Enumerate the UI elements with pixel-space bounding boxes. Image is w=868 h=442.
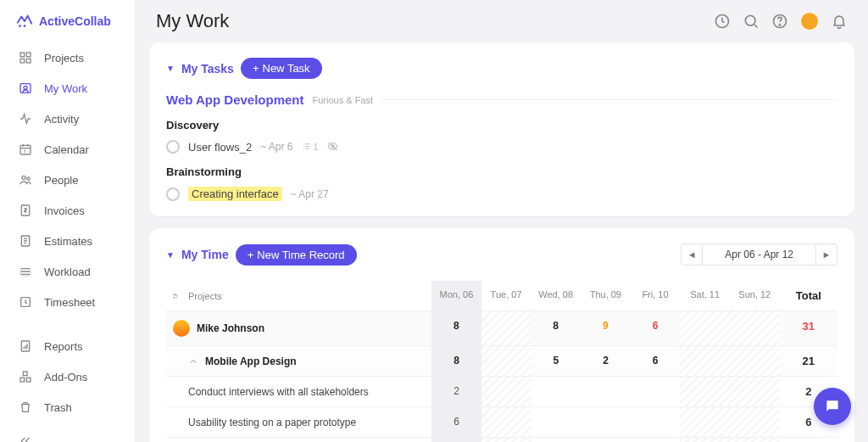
- chevron-up-icon: [188, 356, 198, 366]
- my-time-card: ▼ My Time +New Time Record ◄ Apr 06 - Ap…: [149, 228, 854, 442]
- workload-icon: [19, 265, 32, 278]
- prev-week-button[interactable]: ◄: [681, 243, 703, 266]
- projects-column-header: ⎌Projects: [166, 281, 431, 311]
- invoice-icon: [19, 204, 32, 217]
- svg-point-7: [24, 86, 27, 89]
- nav-mywork[interactable]: My Work: [0, 73, 135, 104]
- subtask-count-icon: 1: [302, 142, 319, 152]
- time-user-label: Mike Johnson: [166, 311, 431, 345]
- activity-icon: [19, 112, 32, 126]
- svg-rect-3: [26, 53, 31, 57]
- task-name: User flows_2: [188, 141, 252, 154]
- time-user-row: Mike Johnson 8 8 9 6 31: [166, 311, 837, 346]
- clock-icon[interactable]: [714, 13, 731, 30]
- nav-projects[interactable]: Projects: [0, 42, 135, 73]
- time-task-row: Usability testing on a paper prototype 6…: [166, 407, 837, 438]
- chat-fab[interactable]: [814, 388, 851, 425]
- hidden-icon: [327, 141, 338, 154]
- nav-calendar[interactable]: 6Calendar: [0, 134, 135, 165]
- chat-icon: [824, 398, 841, 415]
- day-header: Mon, 06: [431, 281, 481, 311]
- page-title: My Work: [156, 10, 229, 32]
- svg-text:6: 6: [24, 149, 26, 154]
- nav-invoices[interactable]: Invoices: [0, 195, 135, 226]
- new-time-record-button[interactable]: +New Time Record: [236, 244, 357, 266]
- sidebar: ActiveCollab Projects My Work Activity 6…: [0, 0, 136, 442]
- next-week-button[interactable]: ►: [815, 243, 837, 266]
- topbar: My Work: [136, 0, 868, 42]
- svg-rect-18: [23, 372, 27, 376]
- total-header: Total: [780, 281, 837, 311]
- svg-point-10: [22, 176, 25, 179]
- new-task-button[interactable]: +New Task: [241, 58, 322, 79]
- time-task-label[interactable]: Usability testing on a paper prototype: [166, 407, 431, 437]
- svg-rect-16: [20, 378, 25, 382]
- search-icon[interactable]: [743, 13, 760, 30]
- time-table: ⎌Projects Mon, 06 Tue, 07 Wed, 08 Thu, 0…: [166, 281, 837, 442]
- people-icon: [19, 173, 32, 187]
- nav-people[interactable]: People: [0, 165, 135, 195]
- svg-point-22: [779, 25, 780, 25]
- branch-icon: ⎌: [171, 294, 181, 299]
- time-task-label[interactable]: UI design: [166, 438, 431, 442]
- brand-name: ActiveCollab: [39, 14, 111, 28]
- nav-workload[interactable]: Workload: [0, 256, 135, 287]
- timesheet-icon: [19, 295, 32, 309]
- svg-point-0: [19, 25, 21, 27]
- nav-trash[interactable]: Trash: [0, 392, 135, 422]
- time-project-row: Mobile App Design 8 5 2 6 21: [166, 346, 837, 377]
- nav-estimates[interactable]: Estimates: [0, 226, 135, 256]
- task-list-heading: Brainstorming: [166, 165, 837, 178]
- brand-icon: [15, 12, 34, 31]
- task-complete-toggle[interactable]: [166, 140, 180, 154]
- task-row[interactable]: User flows_2 ~ Apr 6 1: [166, 140, 837, 154]
- day-header: Wed, 08: [531, 281, 581, 311]
- day-header: Fri, 10: [631, 281, 681, 311]
- nav-activity[interactable]: Activity: [0, 104, 135, 134]
- caret-down-icon[interactable]: ▼: [166, 64, 175, 73]
- grid-icon: [19, 51, 32, 64]
- task-complete-toggle[interactable]: [166, 187, 180, 201]
- nav-reports[interactable]: Reports: [0, 331, 135, 361]
- plus-icon: +: [253, 63, 259, 74]
- chevrons-left-icon: [19, 434, 32, 442]
- brand-logo[interactable]: ActiveCollab: [0, 8, 135, 42]
- task-list-heading: Discovery: [166, 119, 837, 131]
- time-project-label[interactable]: Mobile App Design: [166, 346, 431, 376]
- task-name: Creating interface: [188, 187, 282, 201]
- svg-point-11: [27, 177, 30, 180]
- main-area: My Work ▼ My Tasks +New Task Web App Dev…: [136, 0, 868, 442]
- trash-icon: [19, 400, 32, 414]
- task-row[interactable]: Creating interface ~ Apr 27: [166, 187, 837, 201]
- task-due: ~ Apr 27: [291, 188, 329, 200]
- day-header: Thu, 09: [581, 281, 631, 311]
- main-nav: Projects My Work Activity 6Calendar Peop…: [0, 42, 135, 422]
- task-due: ~ Apr 6: [260, 141, 292, 153]
- plus-icon: +: [248, 249, 254, 260]
- content: ▼ My Tasks +New Task Web App Development…: [136, 42, 868, 442]
- svg-point-20: [745, 15, 755, 25]
- calendar-icon: 6: [19, 143, 32, 156]
- tasks-section-title: My Tasks: [181, 62, 234, 76]
- nav-timesheet[interactable]: Timesheet: [0, 287, 135, 317]
- day-header: Tue, 07: [481, 281, 531, 311]
- svg-rect-2: [20, 53, 25, 57]
- time-task-row: Conduct interviews with all stakeholders…: [166, 377, 837, 407]
- nav-addons[interactable]: Add-Ons: [0, 361, 135, 392]
- my-tasks-card: ▼ My Tasks +New Task Web App Development…: [149, 42, 854, 216]
- svg-rect-6: [20, 84, 31, 93]
- day-header: Sun, 12: [730, 281, 780, 311]
- help-icon[interactable]: [771, 13, 788, 30]
- bell-icon[interactable]: [831, 13, 848, 30]
- date-range-picker: ◄ Apr 06 - Apr 12 ►: [681, 243, 837, 266]
- time-section-title: My Time: [181, 248, 229, 261]
- estimate-icon: [19, 234, 32, 248]
- project-client: Furious & Fast: [313, 95, 374, 105]
- project-name[interactable]: Web App Development: [166, 92, 304, 107]
- reports-icon: [19, 339, 32, 353]
- date-range[interactable]: Apr 06 - Apr 12: [703, 243, 815, 266]
- collapse-sidebar-button[interactable]: [0, 422, 135, 442]
- time-task-label[interactable]: Conduct interviews with all stakeholders: [166, 377, 431, 406]
- user-avatar[interactable]: [800, 12, 819, 31]
- caret-down-icon[interactable]: ▼: [166, 250, 175, 260]
